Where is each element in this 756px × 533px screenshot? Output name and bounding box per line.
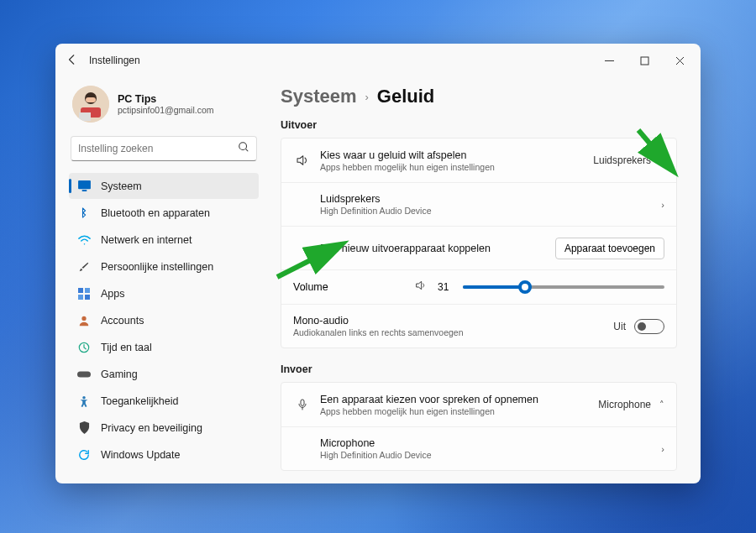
volume-label: Volume xyxy=(293,281,404,293)
svg-rect-19 xyxy=(77,371,91,377)
mono-sub: Audiokanalen links en rechts samenvoegen xyxy=(293,327,613,337)
chevron-right-icon: › xyxy=(661,444,664,454)
svg-rect-13 xyxy=(78,288,83,293)
nav-item-label: Systeem xyxy=(101,180,142,192)
avatar xyxy=(72,86,109,123)
person-icon xyxy=(77,314,91,327)
profile[interactable]: PC Tips pctipsinfo01@gmail.com xyxy=(69,81,259,134)
chevron-up-icon: ˄ xyxy=(659,400,664,410)
mono-title: Mono-audio xyxy=(293,315,613,327)
nav-item-bluetooth-en-apparaten[interactable]: ᛒBluetooth en apparaten xyxy=(69,200,259,226)
display-icon xyxy=(77,180,91,193)
nav-item-privacy-en-beveiliging[interactable]: Privacy en beveiliging xyxy=(69,415,259,441)
input-choose-title: Een apparaat kiezen voor spreken of opne… xyxy=(320,394,598,405)
svg-rect-21 xyxy=(301,400,304,405)
main: Systeem › Geluid Uitvoer Kies waar u gel… xyxy=(265,77,701,483)
svg-rect-16 xyxy=(85,295,90,300)
output-device-title: Luidsprekers xyxy=(320,193,661,205)
nav: SysteemᛒBluetooth en apparatenNetwerk en… xyxy=(69,173,259,468)
shield-icon xyxy=(77,421,91,435)
input-device-row[interactable]: Microphone High Definition Audio Device … xyxy=(281,426,676,470)
nav-item-accounts[interactable]: Accounts xyxy=(69,307,259,333)
sidebar: PC Tips pctipsinfo01@gmail.com SysteemᛒB… xyxy=(55,77,265,483)
svg-rect-15 xyxy=(78,295,83,300)
input-group: Een apparaat kiezen voor spreken of opne… xyxy=(281,382,677,471)
svg-rect-6 xyxy=(86,97,96,102)
microphone-icon xyxy=(293,398,312,411)
nav-item-label: Accounts xyxy=(101,315,144,327)
svg-rect-12 xyxy=(81,190,87,191)
bluetooth-icon: ᛒ xyxy=(77,206,91,220)
clock-lang-icon xyxy=(77,341,91,354)
profile-email: pctipsinfo01@gmail.com xyxy=(118,105,214,115)
chevron-right-icon: › xyxy=(365,91,369,103)
output-choose-value: Luidsprekers xyxy=(593,154,651,166)
output-group: Kies waar u geluid wilt afspelen Apps he… xyxy=(281,138,677,348)
nav-item-toegankelijkheid[interactable]: Toegankelijkheid xyxy=(69,388,259,414)
nav-item-label: Bluetooth en apparaten xyxy=(101,207,210,219)
nav-item-netwerk-en-internet[interactable]: Netwerk en internet xyxy=(69,227,259,253)
svg-point-9 xyxy=(239,143,247,150)
volume-value: 31 xyxy=(438,281,453,293)
svg-point-17 xyxy=(81,316,86,320)
input-device-title: Microphone xyxy=(320,437,661,449)
apps-icon xyxy=(77,287,91,300)
mono-toggle[interactable] xyxy=(634,319,664,334)
maximize-button[interactable] xyxy=(627,48,662,73)
svg-line-10 xyxy=(246,149,249,152)
page-title: Geluid xyxy=(377,86,434,107)
titlebar: Instellingen xyxy=(55,44,701,77)
nav-item-systeem[interactable]: Systeem xyxy=(69,173,259,199)
nav-item-label: Tijd en taal xyxy=(101,342,152,353)
search-box[interactable] xyxy=(71,136,257,161)
nav-item-windows-update[interactable]: Windows Update xyxy=(69,442,259,468)
nav-item-label: Persoonlijke instellingen xyxy=(101,261,213,273)
svg-rect-8 xyxy=(79,112,91,121)
output-pair-row: Een nieuw uitvoerapparaat koppelen Appar… xyxy=(281,226,676,269)
output-choose-row[interactable]: Kies waar u geluid wilt afspelen Apps he… xyxy=(281,138,676,182)
add-device-button[interactable]: Apparaat toevoegen xyxy=(555,238,664,259)
search-input[interactable] xyxy=(78,143,238,154)
wifi-icon xyxy=(77,233,91,247)
volume-slider[interactable] xyxy=(463,285,664,289)
brush-icon xyxy=(77,260,91,274)
svg-rect-14 xyxy=(85,288,90,293)
nav-item-label: Privacy en beveiliging xyxy=(101,422,202,434)
nav-item-label: Apps xyxy=(101,288,125,300)
close-button[interactable] xyxy=(662,48,697,73)
chevron-up-icon: ˄ xyxy=(659,155,664,166)
output-device-row[interactable]: Luidsprekers High Definition Audio Devic… xyxy=(281,182,676,226)
search-icon xyxy=(238,141,249,156)
back-button[interactable] xyxy=(59,54,86,68)
input-choose-row[interactable]: Een apparaat kiezen voor spreken of opne… xyxy=(281,383,676,426)
nav-item-label: Toegankelijkheid xyxy=(101,395,178,407)
nav-item-apps[interactable]: Apps xyxy=(69,280,259,306)
speaker-icon xyxy=(293,153,312,168)
input-choose-sub: Apps hebben mogelijk hun eigen instellin… xyxy=(320,406,598,416)
output-pair-title: Een nieuw uitvoerapparaat koppelen xyxy=(320,243,555,254)
minimize-button[interactable] xyxy=(591,48,627,73)
nav-item-tijd-en-taal[interactable]: Tijd en taal xyxy=(69,334,259,360)
nav-item-label: Gaming xyxy=(101,368,138,380)
nav-item-gaming[interactable]: Gaming xyxy=(69,361,259,387)
nav-item-label: Netwerk en internet xyxy=(101,234,192,246)
input-choose-value: Microphone xyxy=(598,399,651,410)
breadcrumb-parent[interactable]: Systeem xyxy=(281,86,357,107)
input-device-sub: High Definition Audio Device xyxy=(320,450,661,460)
output-section-label: Uitvoer xyxy=(281,119,677,131)
volume-icon[interactable] xyxy=(414,279,428,295)
profile-name: PC Tips xyxy=(118,93,214,105)
output-choose-title: Kies waar u geluid wilt afspelen xyxy=(320,149,593,161)
nav-item-persoonlijke-instellingen[interactable]: Persoonlijke instellingen xyxy=(69,253,259,280)
breadcrumb: Systeem › Geluid xyxy=(281,86,677,107)
svg-rect-11 xyxy=(78,180,91,189)
update-icon xyxy=(77,448,91,462)
gaming-icon xyxy=(77,368,91,381)
volume-row: Volume 31 xyxy=(281,269,676,304)
mono-audio-row: Mono-audio Audiokanalen links en rechts … xyxy=(281,304,676,347)
settings-window: Instellingen PC Tips pctips xyxy=(55,44,701,483)
window-title: Instellingen xyxy=(89,55,140,66)
svg-rect-1 xyxy=(641,57,648,65)
output-choose-sub: Apps hebben mogelijk hun eigen instellin… xyxy=(320,162,593,172)
chevron-right-icon: › xyxy=(661,200,664,210)
